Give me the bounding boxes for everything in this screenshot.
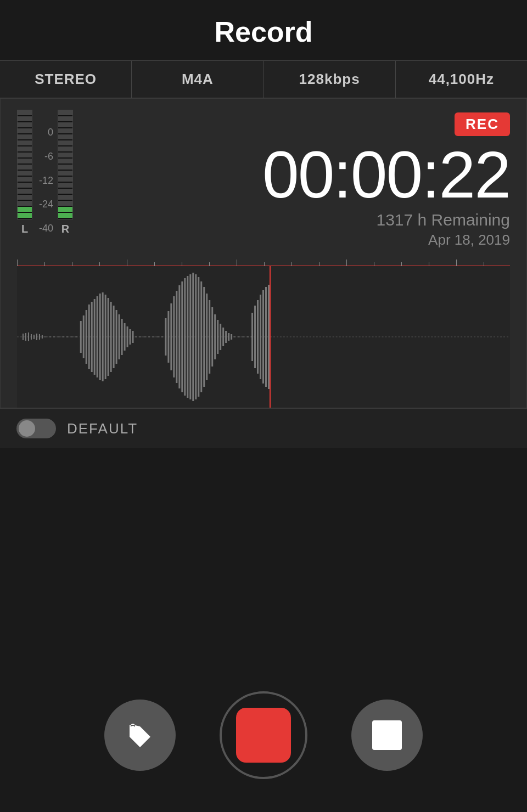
ruler-tick [291, 262, 292, 266]
svg-rect-47 [209, 300, 210, 374]
ruler-tick [44, 262, 45, 266]
svg-rect-57 [251, 313, 253, 361]
svg-rect-61 [262, 290, 264, 384]
ruler-tick [154, 262, 155, 266]
svg-rect-11 [83, 315, 85, 358]
svg-rect-18 [102, 292, 104, 381]
waveform-area [17, 254, 510, 408]
right-channel: R [58, 110, 73, 235]
ruler-tick [456, 260, 457, 266]
svg-rect-44 [200, 281, 202, 392]
header: Record [0, 0, 527, 60]
svg-rect-51 [220, 324, 221, 350]
svg-rect-41 [192, 273, 194, 401]
left-channel: L [17, 110, 32, 235]
svg-rect-31 [165, 318, 166, 356]
left-vu-bar [17, 110, 32, 219]
toggle-knob [19, 420, 35, 437]
svg-rect-52 [222, 328, 224, 346]
svg-rect-22 [113, 306, 115, 368]
svg-rect-36 [178, 285, 180, 388]
ruler-tick [374, 262, 374, 266]
svg-rect-6 [36, 334, 37, 340]
ruler-tick [429, 262, 429, 266]
ruler-tick [484, 262, 484, 266]
ruler-tick [264, 262, 265, 266]
svg-rect-17 [99, 294, 101, 380]
ruler-tick [99, 262, 100, 266]
timer-display: 00:00:22 [262, 142, 510, 207]
bottom-controls [0, 691, 527, 779]
stop-button[interactable] [351, 700, 423, 771]
ruler-tick [319, 262, 319, 266]
samplerate-setting[interactable]: 44,100Hz [396, 61, 527, 98]
svg-rect-54 [228, 333, 229, 341]
svg-rect-4 [31, 334, 32, 340]
default-bar: DEFAULT [0, 408, 527, 448]
svg-rect-24 [119, 314, 120, 359]
svg-rect-5 [33, 335, 35, 339]
tag-button[interactable] [104, 700, 176, 771]
svg-rect-60 [260, 295, 261, 379]
svg-rect-42 [195, 274, 197, 399]
left-channel-label: L [21, 223, 28, 235]
settings-bar: STEREO M4A 128kbps 44,100Hz [0, 60, 527, 98]
ruler-tick [401, 262, 402, 266]
svg-rect-19 [105, 295, 106, 379]
ruler-tick [346, 260, 347, 266]
ruler-tick [209, 262, 210, 266]
tag-icon [125, 720, 155, 750]
svg-rect-23 [116, 310, 117, 364]
svg-rect-43 [198, 277, 199, 397]
stop-icon [372, 720, 402, 750]
vu-meters: L 0 -6 -12 -24 -40 [17, 110, 73, 235]
svg-rect-16 [97, 296, 98, 377]
svg-rect-15 [94, 299, 96, 375]
svg-rect-50 [217, 320, 218, 354]
date-text: Apr 18, 2019 [428, 232, 510, 249]
channel-setting[interactable]: STEREO [0, 61, 132, 98]
svg-rect-40 [189, 274, 191, 399]
right-channel-label: R [61, 223, 69, 235]
svg-rect-39 [187, 276, 188, 398]
svg-rect-37 [181, 281, 183, 392]
svg-rect-46 [206, 294, 208, 380]
svg-rect-20 [108, 298, 109, 376]
svg-rect-49 [214, 314, 216, 359]
svg-rect-33 [170, 303, 172, 370]
page-title: Record [0, 15, 527, 48]
format-setting[interactable]: M4A [132, 61, 264, 98]
default-toggle[interactable] [16, 419, 56, 438]
svg-rect-25 [121, 319, 123, 355]
bitrate-setting[interactable]: 128kbps [264, 61, 396, 98]
svg-rect-14 [91, 302, 93, 372]
recording-panel: L 0 -6 -12 -24 -40 [0, 98, 527, 408]
vu-timer-row: L 0 -6 -12 -24 -40 [17, 110, 510, 249]
svg-rect-13 [88, 304, 90, 369]
svg-rect-2 [25, 333, 26, 341]
svg-point-64 [131, 726, 135, 730]
svg-rect-1 [23, 334, 24, 340]
svg-rect-34 [173, 296, 175, 377]
svg-rect-26 [124, 323, 126, 351]
svg-rect-62 [265, 287, 267, 387]
waveform-ruler [17, 254, 510, 266]
waveform-svg [17, 266, 510, 408]
record-button[interactable] [220, 691, 307, 779]
ruler-tick [17, 260, 18, 266]
svg-rect-35 [176, 291, 177, 383]
ruler-tick [182, 262, 182, 266]
ruler-tick [72, 262, 72, 266]
svg-rect-55 [231, 334, 232, 340]
playhead [270, 266, 271, 408]
svg-rect-29 [132, 331, 134, 343]
svg-rect-45 [203, 287, 205, 387]
svg-rect-28 [130, 329, 131, 345]
svg-rect-32 [167, 311, 169, 363]
svg-rect-58 [254, 306, 256, 368]
ruler-tick [127, 260, 127, 266]
svg-rect-48 [211, 307, 213, 366]
default-label: DEFAULT [67, 420, 138, 437]
svg-rect-27 [127, 326, 128, 347]
timer-section: REC 00:00:22 1317 h Remaining Apr 18, 20… [84, 110, 510, 249]
